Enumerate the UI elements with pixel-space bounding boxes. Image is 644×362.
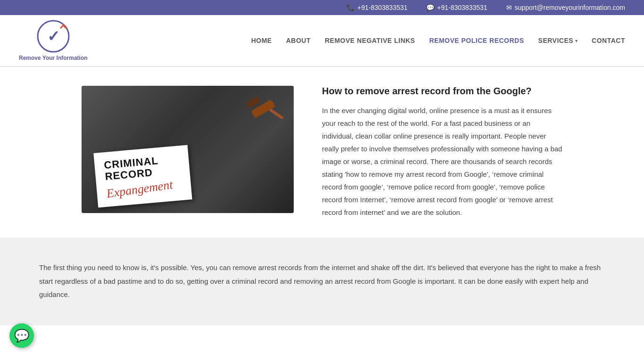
image-background: CRIMINALRECORD Expangement (82, 86, 294, 213)
logo-icon: ✓ (37, 20, 70, 53)
services-dropdown-icon: ▾ (575, 38, 578, 43)
top-bar: 📞 +91-8303833531 💬 +91-8303833531 ✉ supp… (0, 0, 644, 15)
email-icon: ✉ (506, 4, 512, 11)
footer-section: The first thing you need to know is, it'… (0, 238, 644, 325)
article-heading: How to remove arrest record from the Goo… (322, 86, 562, 97)
logo[interactable]: ✓ Remove Your Information (19, 20, 88, 61)
main-content: CRIMINALRECORD Expangement How to remove… (63, 86, 581, 219)
nav-remove-negative-links[interactable]: REMOVE NEGATIVE LINKS (325, 37, 415, 44)
article-text-section: How to remove arrest record from the Goo… (322, 86, 562, 219)
nav-services-menu: SERVICES ▾ (538, 37, 578, 44)
phone-contact[interactable]: 📞 +91-8303833531 (347, 4, 407, 11)
header: ✓ Remove Your Information HOME ABOUT REM… (0, 15, 644, 66)
article-body: In the ever changing digital world, onli… (322, 104, 562, 219)
nav-divider (0, 66, 644, 67)
footer-body-text: The first thing you need to know is, it'… (39, 261, 605, 302)
expungement-text: Expangement (106, 178, 173, 201)
gavel-svg (247, 95, 284, 119)
phone-icon: 📞 (347, 4, 355, 11)
email-contact[interactable]: ✉ support@removeyourinformation.com (506, 4, 625, 11)
criminal-record-paper: CRIMINALRECORD Expangement (93, 145, 192, 207)
email-text: support@removeyourinformation.com (515, 4, 625, 11)
svg-text:✓: ✓ (47, 28, 59, 45)
whatsapp-contact[interactable]: 💬 +91-8303833531 (426, 4, 487, 11)
phone2-text: +91-8303833531 (437, 4, 487, 11)
logo-text: Remove Your Information (19, 55, 88, 61)
phone1-text: +91-8303833531 (357, 4, 407, 11)
nav-services[interactable]: SERVICES (538, 37, 574, 44)
nav-about[interactable]: ABOUT (286, 37, 311, 44)
svg-rect-5 (247, 96, 261, 108)
main-nav: HOME ABOUT REMOVE NEGATIVE LINKS REMOVE … (251, 37, 625, 44)
svg-line-6 (271, 110, 282, 118)
nav-home[interactable]: HOME (251, 37, 272, 44)
whatsapp-icon: 💬 (426, 4, 434, 11)
nav-remove-police-records[interactable]: REMOVE POLICE RECORDS (429, 37, 524, 44)
article-image: CRIMINALRECORD Expangement (82, 86, 294, 213)
nav-contact[interactable]: CONTACT (592, 37, 625, 44)
